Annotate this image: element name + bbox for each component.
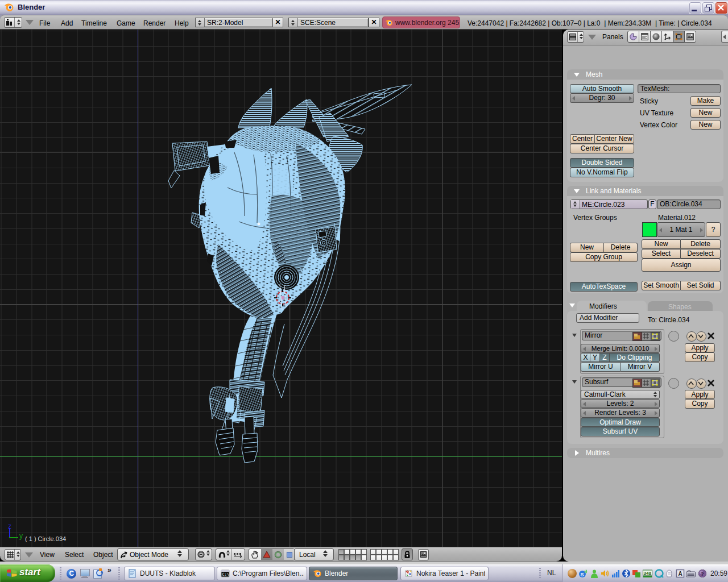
svg-text:?: ?	[701, 571, 704, 577]
svg-text:C:\: C:\	[222, 572, 230, 577]
svg-text:348: 348	[644, 571, 652, 576]
svg-text:A: A	[679, 571, 682, 577]
svg-text:S: S	[581, 572, 584, 577]
